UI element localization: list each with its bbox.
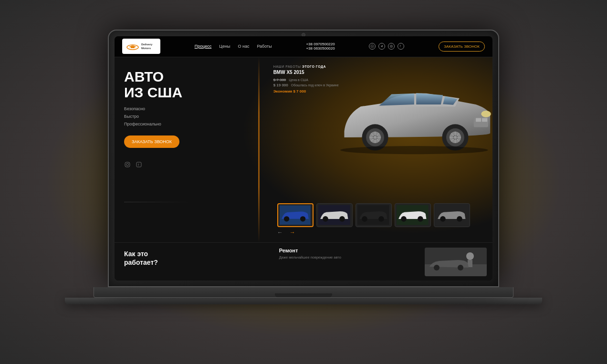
- price-usd-label: Цена в США: [289, 78, 308, 82]
- svg-point-51: [434, 265, 440, 270]
- hero-right: НАШИ РАБОТЫ ЭТОГО ГОДА BMW X5 2015 $ 7 3…: [273, 57, 492, 242]
- hero-benefits: Безопасно Быстро Профессионально: [124, 105, 264, 128]
- car-illustration: [328, 60, 492, 178]
- nav-process[interactable]: Процесс: [195, 44, 212, 49]
- svg-rect-3: [390, 45, 393, 48]
- svg-point-36: [323, 216, 328, 222]
- arrow-next[interactable]: →: [290, 229, 298, 236]
- thumb-5[interactable]: [434, 203, 470, 227]
- svg-point-45: [440, 216, 446, 222]
- bottom-left: Как это работает?: [115, 243, 273, 281]
- car-thumbnails: [273, 203, 492, 227]
- remont-title: Ремонт: [279, 248, 419, 253]
- svg-text:f: f: [400, 44, 401, 48]
- logo-text: Delivery Motors: [141, 42, 152, 50]
- remont-desc: Даже мельчайшее повреждение авто: [279, 255, 419, 260]
- navigation: Delivery Motors Процесс Цены О нас Работ…: [115, 36, 492, 57]
- car-price-usd: $ 7 300 Цена в США: [273, 78, 339, 82]
- laptop-wrapper: Delivery Motors Процесс Цены О нас Работ…: [108, 30, 499, 335]
- remont-image: [425, 248, 487, 276]
- thumb-3[interactable]: [356, 203, 392, 227]
- telegram-icon[interactable]: [378, 43, 385, 50]
- benefit-1: Безопасно: [124, 105, 264, 113]
- bottom-section: Как это работает? Ремонт Даже мельчайшее…: [115, 242, 492, 281]
- facebook-icon[interactable]: f: [398, 43, 404, 50]
- car-price-ua: $ 19 000 Обошлась под ключ в Украине: [273, 83, 339, 87]
- logo[interactable]: Delivery Motors: [122, 39, 160, 54]
- logo-icon: [126, 42, 139, 51]
- laptop-stand: [65, 298, 542, 304]
- svg-point-39: [362, 216, 367, 222]
- svg-point-40: [378, 216, 384, 222]
- benefit-2: Быстро: [124, 113, 264, 120]
- svg-point-52: [458, 265, 463, 270]
- price-ua-value: $ 19 000: [273, 83, 288, 87]
- remont-illustration: [425, 248, 487, 276]
- svg-point-14: [481, 110, 492, 117]
- whatsapp-icon[interactable]: [369, 43, 376, 50]
- section-label: НАШИ РАБОТЫ ЭТОГО ГОДА: [273, 65, 339, 68]
- thumb-1[interactable]: [277, 203, 314, 227]
- how-line2: работает?: [124, 259, 158, 266]
- hero-title-line2: из США: [124, 84, 182, 100]
- main-car-image: [328, 60, 492, 178]
- nav-cta-button[interactable]: ЗАКАЗАТЬ ЗВОНОК: [439, 42, 485, 52]
- phone2[interactable]: +38 0630500020: [306, 46, 335, 51]
- section-highlight: ЭТОГО ГОДА: [302, 65, 326, 68]
- instagram-icon[interactable]: [388, 43, 395, 50]
- hero-title: АВТО из США: [124, 69, 264, 100]
- car-model: BMW X5 2015: [273, 70, 339, 75]
- car-info-block: НАШИ РАБОТЫ ЭТОГО ГОДА BMW X5 2015 $ 7 3…: [273, 65, 339, 94]
- svg-point-33: [284, 216, 289, 221]
- nav-works[interactable]: Работы: [257, 44, 272, 49]
- svg-rect-12: [476, 118, 481, 122]
- how-line1: Как это: [124, 250, 148, 258]
- svg-rect-6: [125, 162, 130, 167]
- svg-point-43: [418, 216, 423, 222]
- phone-block: +38 0970500220 +38 0630500020: [306, 42, 335, 51]
- savings-label: Экономия $ 7 000: [273, 89, 339, 94]
- thumb-4[interactable]: [395, 203, 431, 227]
- hero-section: АВТО из США Безопасно Быстро Профессиона…: [115, 57, 492, 242]
- svg-point-8: [129, 163, 129, 164]
- hero-cta-button[interactable]: ЗАКАЗАТЬ ЗВОНОК: [124, 135, 179, 148]
- svg-point-46: [457, 216, 462, 222]
- price-ua-label: Обошлась под ключ в Украине: [291, 83, 339, 87]
- svg-point-37: [339, 216, 345, 222]
- svg-point-42: [401, 216, 407, 222]
- svg-rect-1: [131, 46, 135, 48]
- slider-arrows: ← →: [277, 229, 298, 236]
- deco-line: [124, 202, 191, 202]
- svg-text:f: f: [138, 163, 139, 167]
- arrow-prev[interactable]: ←: [277, 229, 286, 236]
- hero-left: АВТО из США Безопасно Быстро Профессиона…: [115, 57, 273, 242]
- hero-social-links: f: [124, 161, 264, 169]
- svg-rect-13: [482, 118, 487, 122]
- laptop-base: [94, 287, 513, 298]
- hero-facebook-icon[interactable]: f: [136, 161, 142, 169]
- phone1[interactable]: +38 0970500220: [306, 42, 335, 46]
- svg-point-31: [340, 146, 488, 154]
- hero-instagram-icon[interactable]: [124, 161, 131, 169]
- website: Delivery Motors Процесс Цены О нас Работ…: [115, 36, 492, 281]
- bottom-right: Ремонт Даже мельчайшее повреждение авто: [273, 243, 492, 281]
- svg-point-7: [126, 164, 129, 166]
- svg-point-4: [391, 46, 392, 47]
- svg-rect-50: [468, 260, 472, 267]
- nav-about[interactable]: О нас: [238, 44, 249, 49]
- how-it-works-title: Как это работает?: [124, 250, 158, 267]
- laptop-screen: Delivery Motors Процесс Цены О нас Работ…: [108, 30, 499, 287]
- thumb-2[interactable]: [316, 203, 353, 227]
- nav-social: f: [369, 43, 404, 50]
- svg-point-34: [300, 216, 305, 221]
- nav-prices[interactable]: Цены: [219, 44, 230, 49]
- price-usd-value: $ 7 300: [273, 78, 286, 82]
- remont-block: Ремонт Даже мельчайшее повреждение авто: [279, 248, 419, 260]
- hero-title-line1: АВТО: [124, 69, 164, 84]
- svg-point-49: [466, 252, 474, 260]
- website-container: Delivery Motors Процесс Цены О нас Работ…: [115, 36, 492, 281]
- benefit-3: Профессионально: [124, 120, 264, 128]
- nav-links: Процесс Цены О нас Работы: [195, 44, 272, 49]
